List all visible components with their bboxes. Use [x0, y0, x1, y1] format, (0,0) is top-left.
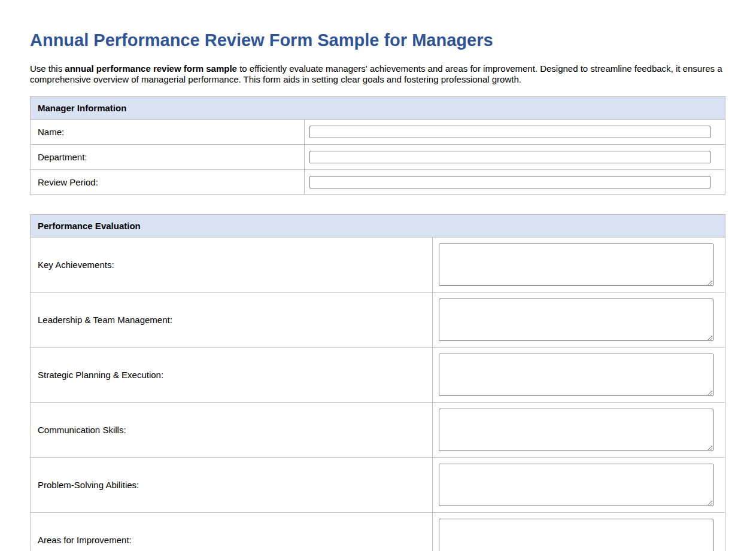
communication-skills-textarea[interactable]	[439, 409, 714, 451]
communication-skills-label: Communication Skills:	[31, 403, 433, 458]
table-row: Review Period:	[31, 170, 725, 195]
table-row: Areas for Improvement:	[31, 513, 725, 551]
areas-for-improvement-textarea[interactable]	[439, 519, 714, 551]
strategic-planning-execution-textarea[interactable]	[439, 354, 714, 396]
communication-skills-value-cell	[433, 403, 725, 458]
name-value-cell	[305, 120, 725, 145]
department-input[interactable]	[309, 151, 711, 163]
key-achievements-value-cell	[433, 238, 725, 293]
page: Annual Performance Review Form Sample fo…	[30, 0, 725, 551]
strategic-planning-execution-value-cell	[433, 348, 725, 403]
table-row: Name:	[31, 120, 725, 145]
table-row: Key Achievements:	[31, 238, 725, 293]
name-input[interactable]	[309, 126, 711, 138]
problem-solving-abilities-textarea[interactable]	[439, 464, 714, 506]
review-period-label: Review Period:	[31, 170, 305, 195]
review-period-value-cell	[305, 170, 725, 195]
performance-evaluation-table: Performance Evaluation Key Achievements:…	[30, 214, 725, 551]
key-achievements-label: Key Achievements:	[31, 238, 433, 293]
intro-text-prefix: Use this	[30, 63, 65, 74]
table-row: Department:	[31, 145, 725, 170]
leadership-team-management-label: Leadership & Team Management:	[31, 293, 433, 348]
key-achievements-textarea[interactable]	[439, 243, 714, 286]
leadership-team-management-textarea[interactable]	[439, 299, 714, 341]
intro-text-bold: annual performance review form sample	[65, 63, 237, 74]
problem-solving-abilities-label: Problem-Solving Abilities:	[31, 458, 433, 513]
section-header-performance-evaluation: Performance Evaluation	[31, 215, 725, 238]
table-row: Strategic Planning & Execution:	[31, 348, 725, 403]
table-row: Communication Skills:	[31, 403, 725, 458]
leadership-team-management-value-cell	[433, 293, 725, 348]
section-header-row: Performance Evaluation	[31, 215, 725, 238]
department-label: Department:	[31, 145, 305, 170]
table-row: Leadership & Team Management:	[31, 293, 725, 348]
section-header-manager-information: Manager Information	[31, 97, 725, 120]
intro-text: Use this annual performance review form …	[30, 63, 725, 85]
areas-for-improvement-label: Areas for Improvement:	[31, 513, 433, 551]
name-label: Name:	[31, 120, 305, 145]
areas-for-improvement-value-cell	[433, 513, 725, 551]
section-header-row: Manager Information	[31, 97, 725, 120]
problem-solving-abilities-value-cell	[433, 458, 725, 513]
strategic-planning-execution-label: Strategic Planning & Execution:	[31, 348, 433, 403]
manager-information-table: Manager Information Name: Department: Re…	[30, 96, 725, 195]
review-period-input[interactable]	[309, 176, 711, 188]
department-value-cell	[305, 145, 725, 170]
table-row: Problem-Solving Abilities:	[31, 458, 725, 513]
page-title: Annual Performance Review Form Sample fo…	[30, 31, 725, 50]
